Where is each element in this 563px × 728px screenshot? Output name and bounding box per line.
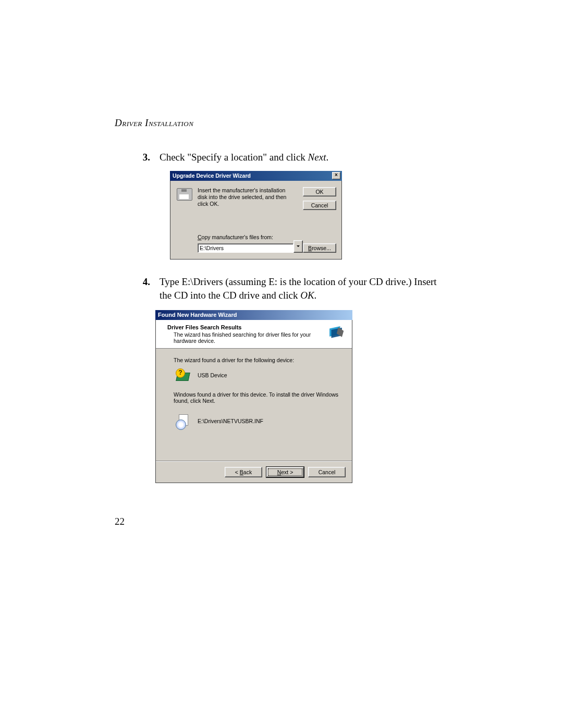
step-4-text: Type E:\Drivers (assuming E: is the loca… [160, 275, 448, 303]
banner-title: Driver Files Search Results [167, 324, 327, 330]
floppy-disk-icon [177, 188, 192, 201]
inf-file-icon [176, 414, 189, 428]
close-button[interactable]: × [332, 172, 340, 179]
copy-from-label: Copy manufacturer's files from: [198, 234, 273, 240]
upgrade-driver-dialog: Upgrade Device Driver Wizard × Insert th… [170, 171, 342, 260]
dialog1-message: Insert the manufacturer's installation d… [198, 187, 291, 207]
unknown-device-icon: ? [176, 368, 189, 382]
section-title: Driver Installation [115, 117, 448, 129]
next-button[interactable]: Next > [266, 467, 304, 477]
found-new-hardware-dialog: Found New Hardware Wizard Driver Files S… [155, 310, 352, 483]
back-button[interactable]: < Back [225, 467, 262, 477]
step-3: 3. Check "Specify a location" and click … [115, 151, 448, 165]
dialog2-banner: Driver Files Search Results The wizard h… [156, 320, 352, 349]
driver-row: E:\Drivers\NETVUSBR.INF [176, 414, 347, 428]
step-4: 4. Type E:\Drivers (assuming E: is the l… [115, 275, 448, 303]
dialog1-titlebar: Upgrade Device Driver Wizard × [170, 171, 342, 181]
path-input[interactable] [198, 243, 293, 253]
install-instruction-text: Windows found a driver for this device. … [174, 391, 347, 404]
step-3-text: Check "Specify a location" and click Nex… [160, 151, 448, 165]
device-name: USB Device [198, 372, 227, 378]
dropdown-button[interactable] [293, 240, 303, 253]
dialog1-title: Upgrade Device Driver Wizard [173, 172, 251, 179]
step-4-number: 4. [115, 275, 160, 303]
step-3-number: 3. [115, 151, 160, 165]
banner-subtitle: The wizard has finished searching for dr… [174, 331, 327, 344]
dialog2-titlebar: Found New Hardware Wizard [155, 310, 352, 320]
page-number: 22 [115, 516, 125, 527]
chevron-down-icon [297, 245, 300, 247]
device-row: ? USB Device [176, 368, 347, 382]
hardware-wizard-icon [327, 325, 345, 343]
browse-button[interactable]: Browse... [303, 243, 336, 253]
cancel-button-2[interactable]: Cancel [308, 467, 346, 477]
driver-path: E:\Drivers\NETVUSBR.INF [198, 418, 263, 424]
found-driver-text: The wizard found a driver for the follow… [174, 357, 347, 363]
cancel-button[interactable]: Cancel [303, 201, 336, 210]
ok-button[interactable]: OK [303, 187, 336, 196]
